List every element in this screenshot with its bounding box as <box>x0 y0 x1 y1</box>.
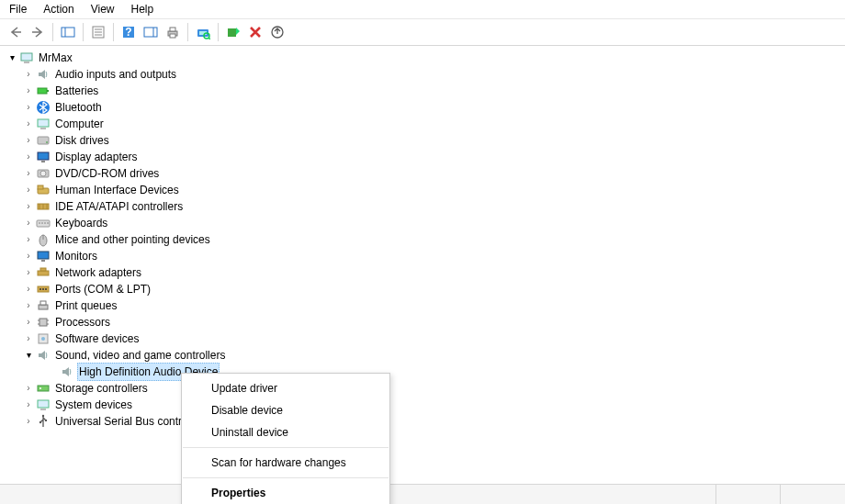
expand-icon[interactable]: › <box>22 314 35 330</box>
tree-category-keyboards[interactable]: ›Keyboards <box>2 215 843 231</box>
svg-line-16 <box>208 38 210 39</box>
expand-icon[interactable]: › <box>22 330 35 347</box>
expand-icon[interactable]: › <box>22 231 35 248</box>
update-driver-button[interactable] <box>267 22 287 42</box>
tree-category-dvd[interactable]: ›DVD/CD-ROM drives <box>2 165 843 182</box>
tree-category-printq[interactable]: ›Print queues <box>2 297 843 314</box>
expand-icon[interactable]: › <box>22 264 35 281</box>
bluetooth-icon <box>36 100 51 115</box>
tree-category-disk[interactable]: ›Disk drives <box>2 132 843 149</box>
tree-category-hid[interactable]: ›Human Interface Devices <box>2 182 843 198</box>
tree-category-network[interactable]: ›Network adapters <box>2 264 843 281</box>
system-icon <box>36 398 51 412</box>
print-button[interactable] <box>163 22 183 42</box>
tree-device-hd-audio[interactable]: High Definition Audio Device <box>2 364 843 380</box>
svg-point-40 <box>41 222 43 224</box>
display-icon <box>36 150 51 164</box>
context-update-driver[interactable]: Update driver <box>182 377 389 399</box>
tree-category-ide[interactable]: ›IDE ATA/ATAPI controllers <box>2 198 843 215</box>
tree-category-display[interactable]: ›Display adapters <box>2 149 843 165</box>
svg-rect-8 <box>144 28 157 37</box>
expand-icon[interactable]: › <box>22 215 35 231</box>
menu-view[interactable]: View <box>91 3 115 16</box>
tree-category-computer[interactable]: ›Computer <box>2 116 843 132</box>
svg-point-52 <box>45 288 47 290</box>
update-icon <box>270 25 285 39</box>
tree-category-usb[interactable]: ›Universal Serial Bus controllers <box>2 413 843 430</box>
svg-point-41 <box>44 222 46 224</box>
tree-root[interactable]: ▾ MrMax <box>2 50 843 66</box>
context-menu-separator <box>183 477 389 478</box>
svg-rect-11 <box>170 28 175 31</box>
uninstall-button[interactable] <box>245 22 265 42</box>
tree-category-processors[interactable]: ›Processors <box>2 314 843 330</box>
svg-point-31 <box>40 171 46 176</box>
action-pane-icon <box>143 25 158 39</box>
tree-category-batteries[interactable]: ›Batteries <box>2 83 843 99</box>
cpu-icon <box>36 315 51 330</box>
context-scan-hardware[interactable]: Scan for hardware changes <box>182 452 389 474</box>
expand-icon[interactable]: › <box>22 99 35 116</box>
svg-rect-55 <box>39 319 47 326</box>
expand-icon[interactable]: › <box>22 83 35 99</box>
expand-icon[interactable]: › <box>22 281 35 297</box>
menu-help[interactable]: Help <box>131 3 154 16</box>
tree-category-mice[interactable]: ›Mice and other pointing devices <box>2 231 843 248</box>
tree-category-system[interactable]: ›System devices <box>2 397 843 413</box>
tree-category-audio[interactable]: ›Audio inputs and outputs <box>2 66 843 83</box>
tree-category-bluetooth[interactable]: ›Bluetooth <box>2 99 843 116</box>
tree-category-storage[interactable]: ›Storage controllers <box>2 380 843 397</box>
tree-category-sound[interactable]: ▾ Sound, video and game controllers <box>2 347 843 364</box>
collapse-icon[interactable]: ▾ <box>22 347 35 364</box>
context-uninstall-device[interactable]: Uninstall device <box>182 421 389 443</box>
svg-point-51 <box>42 288 44 290</box>
expand-icon[interactable]: › <box>22 66 35 83</box>
svg-rect-0 <box>62 28 74 37</box>
action-button[interactable] <box>141 22 161 42</box>
expand-icon[interactable]: › <box>22 132 35 149</box>
disk-icon <box>36 133 51 148</box>
expand-icon[interactable]: ▾ <box>6 50 18 66</box>
device-tree[interactable]: ▾ MrMax ›Audio inputs and outputs ›Batte… <box>0 46 845 433</box>
expand-icon[interactable]: › <box>22 397 35 413</box>
expand-icon[interactable]: › <box>22 248 35 264</box>
arrow-right-icon <box>30 25 45 39</box>
show-hide-tree-button[interactable] <box>58 22 78 42</box>
expand-icon[interactable]: › <box>22 297 35 314</box>
svg-rect-54 <box>40 301 46 305</box>
category-label: Network adapters <box>53 264 143 281</box>
svg-rect-21 <box>38 88 47 94</box>
menu-action[interactable]: Action <box>43 3 73 16</box>
scan-hardware-button[interactable] <box>193 22 213 42</box>
toolbar-separator <box>187 23 188 41</box>
forward-button[interactable] <box>28 22 48 42</box>
back-button[interactable] <box>6 22 26 42</box>
tree-category-software[interactable]: ›Software devices <box>2 330 843 347</box>
expand-icon[interactable]: › <box>22 149 35 165</box>
svg-rect-22 <box>47 90 49 92</box>
svg-rect-64 <box>38 400 49 408</box>
context-disable-device[interactable]: Disable device <box>182 399 389 421</box>
category-label: DVD/CD-ROM drives <box>53 165 161 182</box>
tree-category-monitors[interactable]: ›Monitors <box>2 248 843 264</box>
expand-icon[interactable]: › <box>22 182 35 198</box>
context-properties[interactable]: Properties <box>182 482 389 504</box>
properties-button[interactable] <box>88 22 108 42</box>
printer-icon <box>165 25 180 39</box>
expand-icon[interactable]: › <box>22 413 35 430</box>
tree-category-ports[interactable]: ›Ports (COM & LPT) <box>2 281 843 297</box>
toolbar-separator <box>218 23 219 41</box>
category-label: Computer <box>53 116 106 132</box>
svg-rect-19 <box>21 53 32 61</box>
expand-icon[interactable]: › <box>22 198 35 215</box>
expand-icon[interactable]: › <box>22 380 35 397</box>
svg-point-50 <box>39 288 41 290</box>
delete-icon <box>248 25 263 39</box>
expand-icon[interactable]: › <box>22 116 35 132</box>
help-button[interactable]: ? <box>118 22 139 42</box>
enable-button[interactable] <box>223 22 243 42</box>
expand-icon[interactable]: › <box>22 165 35 182</box>
svg-text:?: ? <box>125 26 131 39</box>
svg-rect-62 <box>38 386 49 391</box>
menu-file[interactable]: File <box>9 3 27 16</box>
